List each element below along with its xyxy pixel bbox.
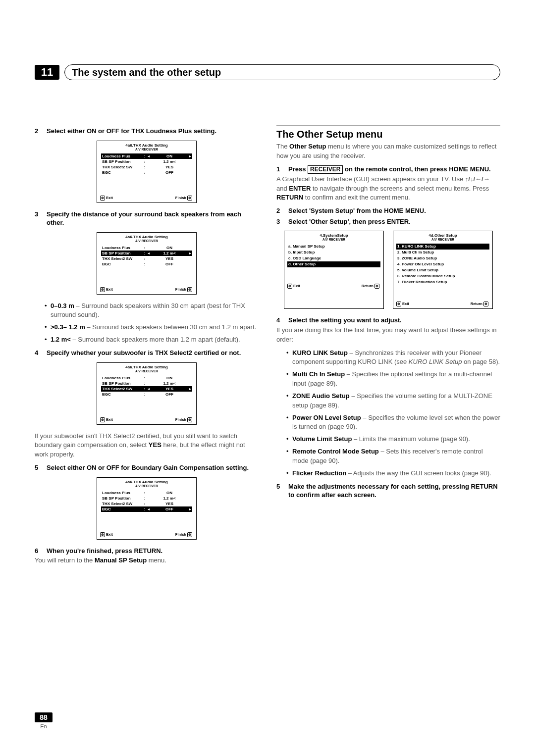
bold-text: ENTER [289, 185, 311, 192]
key-icon: ⊕ [374, 284, 379, 289]
step-4: 4 Specify whether your subwoofer is THX … [35, 349, 259, 357]
text: You will return to the [35, 556, 95, 564]
list-item: >0.3– 1.2 m – Surround back speakers bet… [45, 323, 259, 332]
chapter-number-badge: 11 [35, 65, 59, 80]
key-icon: ⊕ [287, 284, 292, 289]
screen-title: 4a6.THX Audio Setting [97, 233, 196, 239]
left-column: 2 Select either ON or OFF for THX Loudne… [35, 125, 259, 569]
step-text: Specify the distance of your surround ba… [47, 210, 259, 227]
step-number: 4 [35, 349, 42, 357]
step-number: 5 [35, 463, 42, 472]
list-item: Power ON Level Setup – Specifies the vol… [286, 413, 500, 432]
bold-text: Other Setup [289, 143, 326, 150]
step6-para: You will return to the Manual SP Setup m… [35, 556, 259, 565]
step4-para: If your subwoofer isn't THX Select2 cert… [35, 432, 259, 460]
step-number: 4 [276, 316, 283, 325]
step-number: 1 [276, 165, 283, 174]
step-text: Select 'Other Setup', then press ENTER. [288, 217, 411, 226]
manual-page: 11 The system and the other setup 2 Sele… [0, 0, 535, 756]
screen-title: 4.SystemSetup [284, 231, 383, 238]
screen-row: SB SP Position:1.2 m< [101, 381, 192, 386]
step-3: 3 Specify the distance of your surround … [35, 210, 259, 227]
text: to confirm and exit the current menu. [303, 194, 410, 201]
step-text: Select the setting you want to adjust. [288, 316, 402, 325]
thx-screen-1: 4a6.THX Audio Setting A/V RECEIVER Loudn… [35, 141, 259, 203]
list-item: 0–0.3 m – Surround back speakers within … [45, 302, 259, 320]
screen-subtitle: A/V RECEIVER [97, 484, 196, 489]
other-setup-bullets: KURO LINK Setup – Synchronizes this rece… [276, 349, 500, 478]
key-icon: ⊕ [187, 532, 192, 537]
list-item: KURO LINK Setup – Synchronizes this rece… [286, 349, 500, 367]
thx-screen-2: 4a6.THX Audio Setting A/V RECEIVER Loudn… [35, 232, 259, 295]
content-columns: 2 Select either ON or OFF for THX Loudne… [35, 125, 500, 569]
text: The [276, 143, 289, 150]
screen-row: SB SP Position:1.2 m< [101, 159, 192, 164]
step-number: 6 [35, 547, 42, 555]
list-item: Multi Ch In Setup – Specifies the option… [286, 370, 500, 389]
step-number: 3 [276, 217, 283, 226]
gui-para: A Graphical User Interface (GUI) screen … [276, 175, 500, 203]
list-item: Flicker Reduction – Adjusts the way the … [286, 469, 500, 478]
page-number: 88 En [35, 712, 53, 729]
step-2: 2 Select either ON or OFF for THX Loudne… [35, 127, 259, 136]
screen-row: Loudness Plus:◄ON► [101, 153, 192, 159]
menu-item: a. Manual SP Setup [287, 244, 380, 250]
screen-row: BGC:OFF [101, 392, 192, 397]
step-text: Select 'System Setup' from the HOME MENU… [288, 206, 426, 215]
osd-screen: 4a6.THX Audio Setting A/V RECEIVER Loudn… [97, 232, 197, 295]
screen-row: THX Select2 SW:YES [101, 164, 192, 170]
screen-row: SB SP Position:1.2 m< [101, 496, 192, 501]
screen-subtitle: A/V RECEIVER [97, 239, 196, 244]
menu-item: b. Input Setup [287, 250, 380, 255]
step-text: Specify whether your subwoofer is THX Se… [47, 349, 241, 357]
screen-row: THX Select2 SW:YES [101, 501, 192, 506]
bold-text: YES [149, 441, 161, 449]
key-icon: ⊕ [396, 302, 401, 306]
list-item: ZONE Audio Setup – Specifies the volume … [286, 392, 500, 410]
list-item: Volume Limit Setup – Limits the maximum … [286, 435, 500, 444]
screen-title: 4a6.THX Audio Setting [97, 363, 196, 369]
screen-row: Loudness Plus:ON [101, 490, 192, 496]
screen-row: SB SP Position:◄1.2 m<► [101, 251, 192, 256]
step-number: 5 [276, 482, 283, 500]
menu-item: 3. ZONE Audio Setup [396, 255, 489, 261]
key-icon: ⊕ [100, 417, 105, 422]
right-step-3: 3 Select 'Other Setup', then press ENTER… [276, 217, 500, 226]
osd-screen: 4a6.THX Audio Setting A/V RECEIVER Loudn… [97, 477, 197, 540]
screen-row: BGC:OFF [101, 170, 192, 175]
screen-row: Loudness Plus:ON [101, 245, 192, 251]
right-step-4: 4 Select the setting you want to adjust. [276, 316, 500, 325]
list-item: 1.2 m< – Surround back speakers more tha… [45, 335, 259, 345]
chapter-title: The system and the other setup [64, 64, 500, 80]
menu-item: 7. Flicker Reduction Setup [396, 279, 489, 285]
chapter-header: 11 The system and the other setup [35, 64, 500, 80]
key-icon: ⊕ [187, 417, 192, 422]
thx-screen-3: 4a6.THX Audio Setting A/V RECEIVER Loudn… [35, 362, 259, 425]
screen-title: 4d.Other Setup [393, 231, 492, 238]
menu-screens: 4.SystemSetup A/V RECEIVER a. Manual SP … [276, 231, 500, 309]
key-icon: ⊕ [100, 196, 105, 201]
thx-screen-4: 4a6.THX Audio Setting A/V RECEIVER Loudn… [35, 477, 259, 540]
screen-row: BGC:◄OFF► [101, 506, 192, 512]
list-item: Remote Control Mode Setup – Sets this re… [286, 447, 500, 466]
key-icon: ⊕ [187, 196, 192, 201]
screen-subtitle: A/V RECEIVER [97, 369, 196, 374]
screen-row: BGC:OFF [101, 261, 192, 267]
bold-text: RETURN [276, 194, 303, 201]
right-step-5: 5 Make the adjustments necessary for eac… [276, 482, 500, 500]
screen-subtitle: A/V RECEIVER [97, 148, 196, 152]
menu-item: 6. Remote Control Mode Setup [396, 273, 489, 279]
screen-row: Loudness Plus:ON [101, 375, 192, 381]
text: A Graphical User Interface (GUI) screen … [276, 175, 465, 183]
step-6: 6 When you're finished, press RETURN. [35, 547, 259, 555]
key-icon: ⊕ [100, 287, 105, 292]
menu-item: 5. Volume Limit Setup [396, 267, 489, 273]
other-setup-heading: The Other Setup menu [276, 125, 500, 140]
step-text: Make the adjustments necessary for each … [288, 482, 500, 500]
step4-intro: If you are doing this for the first time… [276, 326, 500, 345]
distance-options: 0–0.3 m – Surround back speakers within … [35, 302, 259, 345]
text: menu. [147, 556, 166, 564]
screen-subtitle: A/V RECEIVER [284, 238, 383, 243]
step-number: 2 [35, 127, 42, 136]
text: and [276, 185, 289, 192]
